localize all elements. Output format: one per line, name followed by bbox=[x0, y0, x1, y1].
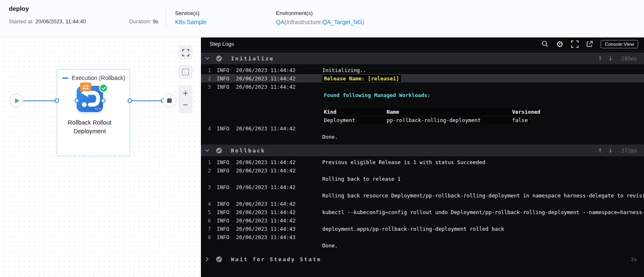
log-level: INFO bbox=[217, 217, 233, 224]
section-duration: 372ms bbox=[619, 147, 637, 154]
infrastructure-link[interactable]: QA_Target_NG bbox=[322, 19, 362, 25]
environments-block: Environment(s) QA(Infrastructure:QA_Targ… bbox=[276, 10, 364, 25]
log-timestamp: 20/06/2023 11:44:42 bbox=[236, 125, 295, 132]
log-line: Deployment pp-rollback-rolling-deploymen… bbox=[201, 116, 644, 124]
pipeline-name: deploy bbox=[9, 5, 29, 12]
log-line: 3INFO20/06/2023 11:44:42 bbox=[201, 183, 644, 191]
log-section-title: Initialize bbox=[231, 55, 274, 62]
log-timestamp: 20/06/2023 11:44:43 bbox=[236, 226, 295, 232]
fullscreen-icon[interactable] bbox=[571, 40, 579, 48]
log-line: 8INFO20/06/2023 11:44:43 bbox=[201, 233, 644, 241]
port bbox=[55, 98, 59, 103]
scroll-down-icon[interactable]: ↓ bbox=[608, 55, 613, 62]
line-number: 8 bbox=[203, 234, 211, 240]
log-line bbox=[201, 99, 644, 107]
end-node[interactable] bbox=[163, 94, 176, 107]
pipeline-graph-canvas[interactable]: Execution (Rollback) </> bbox=[0, 37, 201, 277]
fit-view-button[interactable] bbox=[178, 45, 193, 60]
log-timestamp: 20/06/2023 11:44:42 bbox=[236, 75, 295, 82]
log-level: INFO bbox=[217, 209, 233, 215]
step-logs-panel: Step Logs ⚙ Console View Initialize↑↓285… bbox=[201, 37, 644, 277]
search-icon[interactable] bbox=[541, 40, 549, 47]
log-line: 2INFO20/06/2023 11:44:42Release Name: [r… bbox=[201, 74, 644, 82]
success-check-icon bbox=[100, 85, 107, 92]
log-level: INFO bbox=[217, 226, 233, 232]
environment-link[interactable]: QA bbox=[276, 19, 284, 25]
scroll-down-icon[interactable]: ↓ bbox=[608, 147, 613, 154]
zoom-out-button[interactable]: − bbox=[183, 100, 188, 110]
line-number: 3 bbox=[203, 84, 211, 90]
line-number: 1 bbox=[203, 159, 211, 165]
fit-view-icon bbox=[182, 49, 189, 56]
log-section-controls: 3s bbox=[619, 256, 637, 262]
port bbox=[101, 98, 105, 103]
execution-header: deploy Started at: 20/06/2023, 11:44:40 … bbox=[0, 0, 644, 37]
log-section-header[interactable]: Wait for Steady State3s bbox=[201, 253, 644, 265]
started-at: Started at: 20/06/2023, 11:44:40 bbox=[9, 18, 86, 25]
step-node-label: Rollback Rollout Deployment bbox=[56, 118, 123, 136]
group-label: Execution (Rollback) bbox=[72, 75, 125, 81]
step-success-icon bbox=[216, 256, 222, 262]
log-level: INFO bbox=[217, 75, 233, 82]
log-message: Kind Name Versioned bbox=[322, 108, 542, 115]
services-block: Service(s) K8s Sample bbox=[175, 10, 206, 25]
log-line: Rolling back to release 1 bbox=[201, 175, 644, 183]
log-section: Rollback↑↓372ms1INFO20/06/2023 11:44:42P… bbox=[201, 145, 644, 252]
line-number: 5 bbox=[203, 209, 211, 215]
settings-gear-icon[interactable]: ⚙ bbox=[556, 40, 564, 48]
code-icon: </> bbox=[95, 107, 101, 111]
scroll-up-icon[interactable]: ↑ bbox=[598, 55, 602, 62]
log-timestamp: 20/06/2023 11:44:42 bbox=[236, 159, 295, 165]
chevron-right-icon[interactable] bbox=[205, 257, 210, 262]
log-section-controls: ↑↓372ms bbox=[598, 147, 637, 154]
port bbox=[128, 98, 132, 103]
duration: Duration: 9s bbox=[129, 18, 158, 25]
stop-icon bbox=[167, 98, 172, 103]
log-message: Release Name: [release1] bbox=[322, 75, 401, 82]
log-line: 4INFO20/06/2023 11:44:42 bbox=[201, 200, 644, 208]
log-timestamp: 20/06/2023 11:44:42 bbox=[236, 217, 295, 224]
port bbox=[75, 98, 79, 103]
log-level: INFO bbox=[217, 167, 233, 174]
log-section-header[interactable]: Initialize↑↓285ms bbox=[201, 52, 644, 64]
service-link[interactable]: K8s Sample bbox=[175, 19, 206, 25]
log-timestamp: 20/06/2023 11:44:42 bbox=[236, 67, 295, 73]
log-level: INFO bbox=[217, 159, 233, 165]
log-line: 5INFO20/06/2023 11:44:42kubectl --kubeco… bbox=[201, 208, 644, 216]
duration-label: Duration: bbox=[129, 18, 151, 25]
log-message: Done. bbox=[322, 134, 338, 140]
edge-start-to-group bbox=[23, 100, 55, 101]
line-number: 7 bbox=[203, 226, 211, 232]
log-level: INFO bbox=[217, 234, 233, 240]
section-duration: 285ms bbox=[619, 55, 637, 62]
log-section-header[interactable]: Rollback↑↓372ms bbox=[201, 145, 644, 156]
log-line: 3INFO20/06/2023 11:44:42 bbox=[201, 82, 644, 91]
line-number: 1 bbox=[203, 67, 211, 73]
console-view-button[interactable]: Console View bbox=[601, 40, 638, 48]
log-toolbar: Step Logs ⚙ Console View bbox=[201, 37, 644, 51]
log-timestamp: 20/06/2023 11:44:42 bbox=[236, 84, 295, 90]
log-timestamp: 20/06/2023 11:44:42 bbox=[236, 184, 295, 190]
start-node[interactable] bbox=[10, 94, 23, 107]
collapse-group-icon[interactable] bbox=[62, 77, 68, 79]
marquee-select-button[interactable] bbox=[178, 65, 193, 79]
marquee-select-icon bbox=[182, 69, 189, 75]
log-section-controls: ↑↓285ms bbox=[598, 55, 637, 62]
log-line: Rolling back resource Deployment/pp-roll… bbox=[201, 191, 644, 200]
line-number: 3 bbox=[203, 184, 211, 190]
open-in-new-icon[interactable] bbox=[586, 40, 593, 47]
zoom-in-button[interactable]: + bbox=[183, 89, 188, 98]
log-line: Done. bbox=[201, 132, 644, 141]
chevron-down-icon[interactable] bbox=[205, 148, 210, 153]
pipeline-execution-view: deploy Started at: 20/06/2023, 11:44:40 … bbox=[0, 0, 644, 277]
log-message: Rolling back to release 1 bbox=[322, 176, 401, 182]
log-line: 2INFO20/06/2023 11:44:42 bbox=[201, 166, 644, 175]
log-timestamp: 20/06/2023 11:44:42 bbox=[236, 201, 295, 207]
play-icon bbox=[15, 98, 20, 103]
line-number: 2 bbox=[203, 75, 211, 82]
execution-rollback-group[interactable]: Execution (Rollback) bbox=[57, 69, 130, 156]
log-rows: 1INFO20/06/2023 11:44:42Previous eligibl… bbox=[201, 156, 644, 252]
scroll-up-icon[interactable]: ↑ bbox=[598, 147, 602, 154]
chevron-down-icon[interactable] bbox=[205, 56, 210, 61]
log-level: INFO bbox=[217, 67, 233, 73]
